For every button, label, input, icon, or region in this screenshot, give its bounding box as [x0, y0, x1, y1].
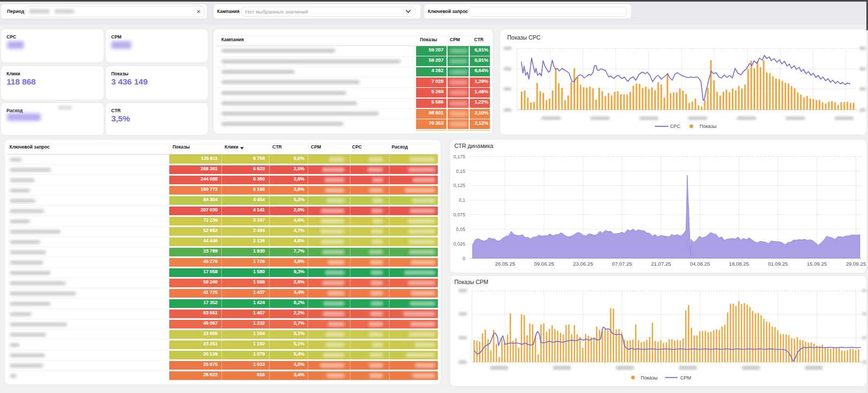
svg-text:18.08.25: 18.08.25 — [729, 261, 749, 267]
svg-text:0,075: 0,075 — [454, 212, 465, 217]
svg-text:07.07.25: 07.07.25 — [612, 261, 632, 267]
svg-text:0,125: 0,125 — [454, 183, 465, 188]
svg-text:CPC: CPC — [670, 124, 681, 129]
svg-text:0: 0 — [463, 255, 465, 261]
svg-text:0,05: 0,05 — [456, 226, 465, 231]
svg-text:0,15: 0,15 — [456, 168, 465, 173]
svg-text:29.09.25: 29.09.25 — [846, 261, 866, 267]
svg-text:01.09.25: 01.09.25 — [768, 261, 788, 267]
svg-text:15.09.25: 15.09.25 — [807, 261, 827, 267]
svg-text:09.06.25: 09.06.25 — [534, 261, 554, 267]
svg-text:0,025: 0,025 — [454, 241, 465, 246]
svg-text:Показы: Показы — [700, 124, 717, 129]
svg-text:04.08.25: 04.08.25 — [690, 261, 710, 267]
svg-text:23.06.25: 23.06.25 — [573, 261, 593, 267]
svg-text:CPM: CPM — [680, 375, 691, 381]
svg-text:26.05.25: 26.05.25 — [495, 261, 515, 267]
svg-text:0,1: 0,1 — [458, 197, 465, 203]
svg-text:0,175: 0,175 — [454, 153, 465, 159]
svg-text:21.07.25: 21.07.25 — [651, 261, 671, 267]
svg-text:Показы: Показы — [641, 375, 658, 381]
